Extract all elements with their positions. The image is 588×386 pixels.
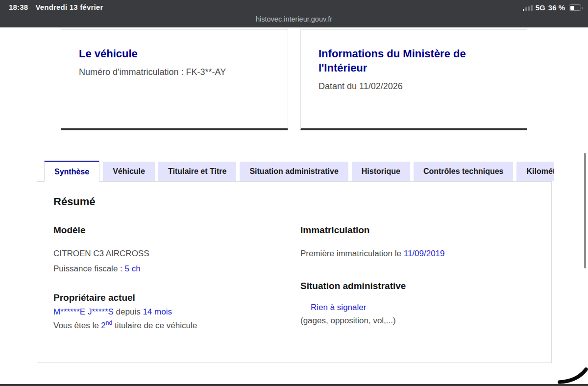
owner-masked-name: M******E J*****S xyxy=(53,307,114,316)
panel-title: Résumé xyxy=(53,195,551,208)
cellular-signal-icon xyxy=(523,5,533,11)
fiscal-power-line: Puissance fiscale : 5 ch xyxy=(53,263,300,275)
page-scrollbar[interactable] xyxy=(584,153,586,268)
vehicle-card: Le véhicule Numéro d'immatriculation : F… xyxy=(61,29,288,130)
fiscal-power-value: 5 ch xyxy=(125,264,141,273)
vehicle-card-plate: Numéro d'immatriculation : FK-3**-AY xyxy=(79,67,270,77)
tab-situation-administrative[interactable]: Situation administrative xyxy=(240,162,348,181)
situation-status-link[interactable]: Rien à signaler xyxy=(311,303,366,312)
holder-rank: 2nd xyxy=(101,321,112,330)
ministry-card-title: Informations du Ministère de l'Intérieur xyxy=(318,47,509,75)
first-registration-date: 11/09/2019 xyxy=(404,249,445,258)
ministry-card: Informations du Ministère de l'Intérieur… xyxy=(300,29,527,130)
tab-titulaire-et-titre[interactable]: Titulaire et Titre xyxy=(158,162,236,181)
right-column: Immatriculation Première immatriculation… xyxy=(300,225,551,332)
holder-rank-line: Vous êtes le 2nd titulaire de ce véhicul… xyxy=(53,318,300,332)
owner-heading: Propriétaire actuel xyxy=(53,292,300,303)
clock: 18:38 xyxy=(9,3,28,11)
tab-vehicule[interactable]: Véhicule xyxy=(103,162,155,181)
situation-status-line: Rien à signaler xyxy=(300,301,551,314)
left-column: Modèle CITROEN C3 AIRCROSS Puissance fis… xyxy=(53,225,300,332)
loading-spinner-icon xyxy=(554,361,588,386)
battery-icon xyxy=(569,4,581,11)
tab-controles-techniques[interactable]: Contrôles techniques xyxy=(414,162,514,181)
status-right: 5G 36 % xyxy=(523,3,581,12)
footer-edge xyxy=(0,384,588,386)
first-registration-line: Première immatriculation le 11/09/2019 xyxy=(300,247,551,260)
tab-kilometrage[interactable]: Kilométrage xyxy=(516,162,554,181)
model-heading: Modèle xyxy=(53,225,300,236)
status-left: 18:38 Vendredi 13 février xyxy=(9,3,103,11)
tab-synthese[interactable]: Synthèse xyxy=(44,161,99,182)
address-bar[interactable]: histovec.interieur.gouv.fr xyxy=(0,15,588,23)
ministry-card-date: Datant du 11/02/2026 xyxy=(318,81,509,92)
battery-percent: 36 % xyxy=(548,3,565,12)
synthese-panel: Résumé Modèle CITROEN C3 AIRCROSS Puissa… xyxy=(37,181,552,363)
vehicle-card-title: Le véhicule xyxy=(79,47,270,61)
ownership-duration: 14 mois xyxy=(143,307,172,316)
date: Vendredi 13 février xyxy=(35,3,103,11)
situation-heading: Situation administrative xyxy=(300,281,551,291)
network-type: 5G xyxy=(536,3,545,12)
tab-bar: Synthèse Véhicule Titulaire et Titre Sit… xyxy=(37,161,554,182)
tab-historique[interactable]: Historique xyxy=(352,162,410,181)
model-name: CITROEN C3 AIRCROSS xyxy=(53,247,300,260)
status-bar: 18:38 Vendredi 13 février 5G 36 % histov… xyxy=(0,0,588,27)
registration-heading: Immatriculation xyxy=(300,225,551,236)
owner-line: M******E J*****S depuis 14 mois xyxy=(53,306,300,318)
situation-note: (gages, opposition, vol,...) xyxy=(300,314,551,327)
